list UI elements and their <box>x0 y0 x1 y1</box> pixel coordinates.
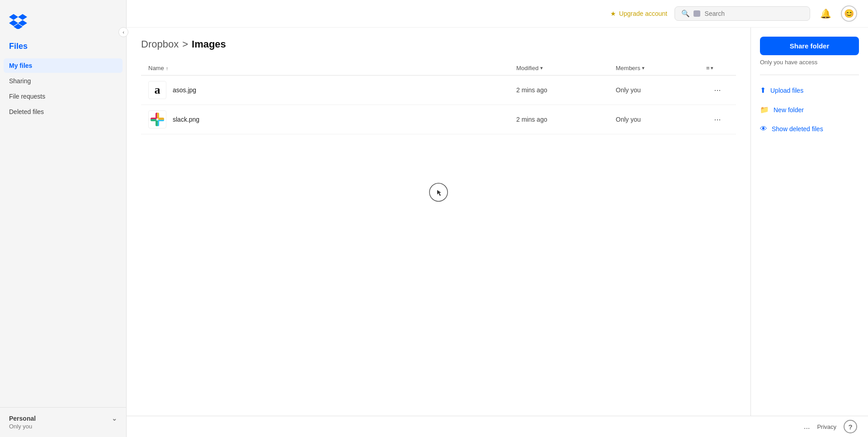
breadcrumb: Dropbox > Images <box>141 38 736 50</box>
upload-files-action[interactable]: ⬆ Upload files <box>760 84 859 96</box>
file-modified: 2 mins ago <box>516 116 616 123</box>
main-area: ★ Upgrade account 🔍 🔔 😊 Dropbox > Images… <box>127 0 868 437</box>
sort-asc-icon: ↑ <box>166 66 169 71</box>
upgrade-account-button[interactable]: ★ Upgrade account <box>610 10 667 17</box>
sidebar-personal-section: Personal ⌄ <box>9 415 117 422</box>
upload-icon: ⬆ <box>760 86 766 95</box>
svg-rect-7 <box>158 118 164 120</box>
sidebar-only-you-label: Only you <box>9 423 117 430</box>
sidebar-nav: My files Sharing File requests Deleted f… <box>0 58 126 407</box>
column-header-members[interactable]: Members ▾ <box>616 65 706 71</box>
file-name-cell: a asos.jpg <box>148 81 516 99</box>
file-name-cell: slack.png <box>148 110 516 128</box>
dropbox-logo-icon <box>9 11 27 29</box>
search-bar[interactable]: 🔍 <box>675 6 810 21</box>
table-header: Name ↑ Modified ▾ Members ▾ ≡ ▾ <box>141 61 736 76</box>
file-modified: 2 mins ago <box>516 86 616 94</box>
search-input[interactable] <box>705 10 803 17</box>
privacy-link[interactable]: Privacy <box>817 423 836 430</box>
asos-thumbnail: a <box>148 81 166 99</box>
file-name: slack.png <box>173 116 199 123</box>
file-more-button[interactable]: ··· <box>706 113 729 126</box>
notifications-button[interactable]: 🔔 <box>817 5 834 22</box>
svg-rect-5 <box>156 120 158 126</box>
column-header-view[interactable]: ≡ ▾ <box>706 65 729 71</box>
help-button[interactable]: ? <box>844 420 857 433</box>
topbar: ★ Upgrade account 🔍 🔔 😊 <box>127 0 868 28</box>
share-folder-button[interactable]: Share folder <box>760 37 859 55</box>
file-members: Only you <box>616 116 706 123</box>
sidebar-collapse-button[interactable]: ‹ <box>118 27 128 37</box>
members-sort-icon: ▾ <box>642 65 645 71</box>
file-name: asos.jpg <box>173 86 196 94</box>
sidebar-bottom: Personal ⌄ Only you <box>0 407 126 437</box>
bottom-more-button[interactable]: ... <box>804 423 810 431</box>
new-folder-action[interactable]: 📁 New folder <box>760 104 859 116</box>
view-toggle-icon: ▾ <box>711 65 713 71</box>
bottom-bar: ... Privacy ? <box>127 416 868 437</box>
breadcrumb-separator: > <box>182 38 188 50</box>
folder-chip-icon <box>693 10 700 17</box>
file-list-area: Dropbox > Images Name ↑ Modified ▾ Membe… <box>127 28 750 416</box>
file-more-button[interactable]: ··· <box>706 84 729 97</box>
user-avatar-button[interactable]: 😊 <box>841 5 857 22</box>
sort-down-icon: ▾ <box>540 65 543 71</box>
show-deleted-action[interactable]: 👁 Show deleted files <box>760 123 859 135</box>
sidebar-item-sharing[interactable]: Sharing <box>4 74 123 88</box>
table-row[interactable]: slack.png 2 mins ago Only you ··· <box>141 105 736 134</box>
slack-thumbnail <box>148 110 166 128</box>
sidebar-personal-label: Personal <box>9 415 36 422</box>
column-header-name[interactable]: Name ↑ <box>148 65 516 71</box>
chevron-down-icon[interactable]: ⌄ <box>112 415 117 422</box>
cursor-indicator <box>427 181 450 205</box>
content-area: Dropbox > Images Name ↑ Modified ▾ Membe… <box>127 28 868 416</box>
upload-files-label: Upload files <box>770 87 803 94</box>
sidebar-item-my-files[interactable]: My files <box>4 58 123 73</box>
sidebar-files-title: Files <box>0 38 126 58</box>
sidebar-item-deleted-files[interactable]: Deleted files <box>4 104 123 119</box>
new-folder-icon: 📁 <box>760 105 769 114</box>
show-deleted-icon: 👁 <box>760 125 767 133</box>
sidebar: ‹ Files My files Sharing File requests D… <box>0 0 127 437</box>
right-panel: Share folder Only you have access ⬆ Uplo… <box>750 28 868 416</box>
sidebar-logo-area <box>0 0 126 38</box>
new-folder-label: New folder <box>774 106 804 114</box>
svg-rect-6 <box>157 113 159 119</box>
star-icon: ★ <box>610 10 616 17</box>
empty-area <box>141 134 736 252</box>
show-deleted-label: Show deleted files <box>772 125 823 133</box>
view-list-icon: ≡ <box>706 65 710 71</box>
file-members: Only you <box>616 86 706 94</box>
svg-point-8 <box>429 183 448 201</box>
access-label: Only you have access <box>760 59 859 66</box>
column-header-modified[interactable]: Modified ▾ <box>516 65 616 71</box>
breadcrumb-current: Images <box>192 38 226 50</box>
upgrade-label: Upgrade account <box>619 10 667 17</box>
search-icon: 🔍 <box>681 10 690 18</box>
breadcrumb-parent[interactable]: Dropbox <box>141 38 179 50</box>
panel-divider <box>760 75 859 75</box>
svg-rect-4 <box>151 119 156 121</box>
table-row[interactable]: a asos.jpg 2 mins ago Only you ··· <box>141 76 736 105</box>
sidebar-item-file-requests[interactable]: File requests <box>4 89 123 104</box>
